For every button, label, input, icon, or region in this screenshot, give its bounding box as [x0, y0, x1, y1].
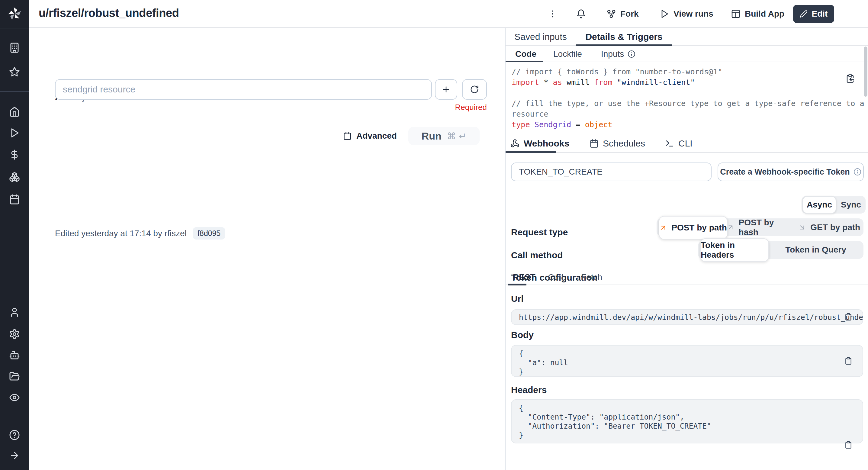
edit-button[interactable]: Edit [793, 5, 834, 23]
sidebar-divider [0, 91, 29, 92]
copy-code-button[interactable] [846, 74, 855, 83]
info-icon [628, 50, 636, 58]
favorites-star-icon[interactable] [9, 66, 20, 77]
arrow-up-right-icon [727, 223, 735, 231]
collapse-arrow-icon[interactable] [9, 450, 20, 461]
call-method-post-hash[interactable]: POST by hash [727, 218, 795, 236]
arrow-up-right-icon [659, 224, 667, 232]
tab-schedules[interactable]: Schedules [590, 134, 645, 153]
edit-label: Edit [812, 9, 828, 19]
request-type-sync[interactable]: Sync [836, 196, 866, 214]
more-menu-button[interactable] [548, 0, 558, 28]
token-in-headers[interactable]: Token in Headers [700, 238, 769, 262]
user-icon[interactable] [9, 307, 20, 318]
webhook-headers-value: { "Content-Type": "application/json", "A… [511, 399, 863, 443]
variables-dollar-icon[interactable] [9, 149, 20, 160]
home-icon[interactable] [9, 106, 20, 117]
info-icon [854, 168, 861, 176]
workers-bot-icon[interactable] [9, 350, 20, 361]
view-runs-button[interactable]: View runs [660, 0, 713, 28]
fork-button[interactable]: Fork [607, 0, 639, 28]
tab-webhooks[interactable]: Webhooks [510, 134, 569, 153]
notifications-button[interactable] [576, 0, 586, 28]
kbd-shortcut: ⌘ ↵ [447, 131, 467, 142]
token-in-query[interactable]: Token in Query [768, 241, 864, 259]
edited-text: Edited yesterday at 17:14 by rfiszel [55, 229, 187, 238]
page-title: u/rfiszel/robust_undefined [39, 7, 179, 20]
advanced-label: Advanced [356, 131, 397, 141]
script-run-panel: A*object Required Advanced Run ⌘ ↵ Edite… [29, 28, 505, 470]
copy-headers-button[interactable] [844, 440, 852, 449]
scrollbar-thumb[interactable] [864, 46, 867, 97]
add-resource-button[interactable] [435, 79, 457, 100]
schedules-calendar-icon[interactable] [9, 194, 20, 205]
run-button[interactable]: Run ⌘ ↵ [408, 127, 479, 145]
arrow-down-right-icon [798, 223, 806, 231]
play-icon [660, 9, 669, 19]
tab-saved-inputs[interactable]: Saved inputs [505, 28, 576, 46]
calendar-icon [590, 139, 598, 148]
settings-gear-icon[interactable] [9, 328, 20, 340]
view-runs-label: View runs [674, 9, 713, 19]
build-app-label: Build App [745, 9, 784, 19]
folders-icon[interactable] [9, 371, 20, 382]
active-snippet-tab-underline [508, 284, 526, 285]
edited-info: Edited yesterday at 17:14 by rfiszel f8d… [55, 227, 225, 240]
windmill-logo-icon[interactable] [6, 5, 23, 22]
plus-icon [441, 85, 451, 94]
layout-icon [731, 9, 741, 19]
help-icon[interactable] [9, 430, 20, 440]
run-label: Run [422, 130, 441, 142]
request-type-async[interactable]: Async [803, 196, 836, 214]
clipboard-icon [844, 440, 852, 449]
required-message: Required [55, 103, 487, 112]
webhook-body-value: { "a": null } [511, 345, 863, 377]
runs-play-icon[interactable] [9, 127, 20, 138]
resources-boxes-icon[interactable] [9, 171, 20, 183]
url-label: Url [511, 293, 524, 304]
details-panel: Saved inputs Details & Triggers Code Loc… [505, 28, 868, 470]
code-preview[interactable]: // import { toWords } from "number-to-wo… [505, 62, 868, 134]
call-method-get-path[interactable]: GET by path [795, 218, 864, 236]
call-method-get-path-label: GET by path [810, 223, 860, 232]
sidebar-divider [0, 28, 29, 28]
call-method-label: Call method [511, 250, 563, 260]
headers-label: Headers [511, 385, 547, 395]
tab-inputs[interactable]: Inputs [601, 46, 636, 62]
create-webhook-token-label: Create a Webhook-specific Token [720, 167, 850, 177]
workspace-building-icon[interactable] [9, 42, 20, 53]
resource-input[interactable] [55, 79, 432, 100]
tab-cli[interactable]: CLI [665, 134, 692, 153]
terminal-icon [665, 139, 674, 148]
call-method-post-hash-label: POST by hash [739, 218, 795, 237]
call-method-post-path-label: POST by path [672, 223, 727, 232]
version-hash-badge[interactable]: f8d095 [193, 227, 225, 240]
tab-lockfile[interactable]: Lockfile [553, 46, 582, 62]
tab-fetch[interactable]: Fetch [581, 270, 602, 285]
sidebar [0, 0, 29, 470]
copy-url-button[interactable] [844, 312, 852, 321]
token-input[interactable] [511, 162, 712, 181]
refresh-icon [470, 85, 479, 94]
tab-inputs-label: Inputs [601, 49, 624, 59]
copy-body-button[interactable] [844, 356, 852, 366]
create-webhook-token-button[interactable]: Create a Webhook-specific Token [718, 162, 864, 181]
build-app-button[interactable]: Build App [731, 0, 784, 28]
tab-details-triggers[interactable]: Details & Triggers [576, 28, 672, 46]
cli-label: CLI [678, 138, 692, 149]
body-label: Body [511, 330, 534, 340]
clipboard-icon [844, 356, 852, 366]
call-method-post-path[interactable]: POST by path [659, 216, 727, 240]
refresh-button[interactable] [462, 79, 487, 100]
git-fork-icon [607, 9, 616, 19]
request-type-toggle: Async Sync [802, 196, 866, 214]
fork-label: Fork [620, 9, 639, 19]
tab-rest[interactable]: REST [513, 270, 535, 285]
active-trigger-tab-underline [505, 151, 556, 153]
tab-code[interactable]: Code [515, 46, 536, 62]
tab-curl[interactable]: Curl [548, 270, 563, 285]
webhook-icon [510, 139, 520, 148]
audit-eye-icon[interactable] [9, 392, 20, 403]
advanced-button[interactable]: Advanced [343, 127, 397, 145]
clipboard-copy-icon [846, 74, 855, 83]
